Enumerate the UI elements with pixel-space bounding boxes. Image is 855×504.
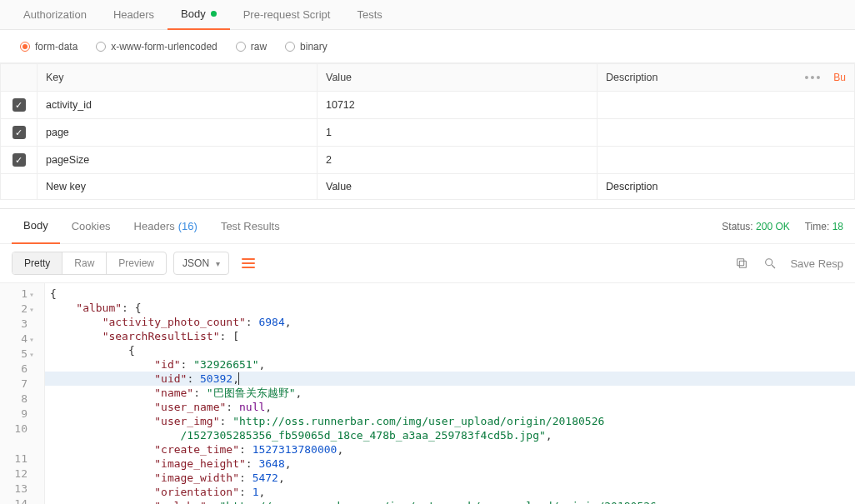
- form-data-table: Key Value Description ••• Bu ✓activity_i…: [0, 63, 855, 200]
- tab-headers[interactable]: Headers: [100, 0, 168, 30]
- description-cell[interactable]: [598, 147, 855, 174]
- wrap-lines-button[interactable]: [236, 251, 261, 276]
- line-number[interactable]: 5▾: [3, 347, 38, 362]
- code-line[interactable]: "create_time": 1527313780000,: [45, 442, 855, 457]
- radio-icon: [20, 42, 30, 52]
- checkbox-header: [1, 64, 38, 92]
- key-cell[interactable]: pageSize: [38, 147, 318, 174]
- search-icon: [763, 257, 777, 270]
- tab-pre-request-script[interactable]: Pre-request Script: [230, 0, 344, 30]
- description-cell[interactable]: [598, 119, 855, 147]
- line-number[interactable]: 14: [3, 497, 38, 504]
- response-tab-body[interactable]: Body: [12, 209, 60, 244]
- code-line[interactable]: "user_name": null,: [45, 400, 855, 414]
- radio-label: raw: [251, 41, 267, 52]
- time-meta: Time: 18: [805, 221, 843, 232]
- line-number[interactable]: 12: [3, 467, 38, 482]
- format-dropdown[interactable]: JSON ▾: [173, 252, 229, 275]
- description-cell[interactable]: [598, 92, 855, 119]
- request-tabs: AuthorizationHeadersBodyPre-request Scri…: [0, 0, 855, 30]
- body-type-form-data[interactable]: form-data: [20, 41, 78, 52]
- view-mode-pretty[interactable]: Pretty: [12, 252, 62, 274]
- line-number[interactable]: 4▾: [3, 332, 38, 347]
- code-line[interactable]: "image_height": 3648,: [45, 457, 855, 471]
- body-type-row: form-datax-www-form-urlencodedrawbinary: [0, 30, 855, 63]
- header-count: (16): [178, 220, 198, 232]
- line-number[interactable]: 2▾: [3, 302, 38, 317]
- response-meta: Status: 200 OK Time: 18: [722, 221, 843, 232]
- table-row: ✓activity_id10712: [1, 92, 855, 119]
- status-label: Status:: [722, 221, 752, 232]
- chevron-down-icon: ▾: [216, 259, 220, 268]
- code-line[interactable]: "url_bg": "http://oss.runnerbar.com/img/…: [45, 499, 855, 504]
- response-tab-headers[interactable]: Headers (16): [122, 209, 209, 244]
- value-cell[interactable]: 10712: [318, 92, 598, 119]
- response-tab-test-results[interactable]: Test Results: [209, 209, 292, 244]
- unsaved-indicator-icon: [211, 11, 217, 17]
- status-value: 200 OK: [756, 221, 790, 232]
- time-value: 18: [832, 221, 843, 232]
- code-line[interactable]: "searchResultList": [: [45, 329, 855, 343]
- response-tab-cookies[interactable]: Cookies: [60, 209, 122, 244]
- line-number[interactable]: 1▾: [3, 287, 38, 302]
- code-content[interactable]: { "album": { "activity_photo_count": 698…: [45, 283, 855, 504]
- code-line[interactable]: "album": {: [45, 301, 855, 315]
- response-body-viewer[interactable]: 1▾2▾3 4▾5▾6 7 8 9 10 11 12 13 14 15 { "a…: [0, 282, 855, 504]
- line-number[interactable]: 11: [3, 452, 38, 467]
- code-line[interactable]: "id": "32926651",: [45, 357, 855, 372]
- body-type-x-www-form-urlencoded[interactable]: x-www-form-urlencoded: [96, 41, 217, 52]
- key-input[interactable]: New key: [38, 174, 318, 200]
- bulk-edit-link[interactable]: Bu: [833, 72, 846, 83]
- search-button[interactable]: [762, 255, 778, 272]
- line-number[interactable]: 7: [3, 377, 38, 392]
- view-mode-preview[interactable]: Preview: [107, 252, 166, 274]
- copy-button[interactable]: [733, 255, 750, 272]
- line-number[interactable]: 6: [3, 362, 38, 377]
- value-input[interactable]: Value: [318, 174, 598, 200]
- line-number[interactable]: 13: [3, 482, 38, 497]
- new-row[interactable]: New keyValueDescription: [1, 174, 855, 200]
- code-line[interactable]: "uid": 50392,: [45, 372, 855, 386]
- svg-rect-1: [738, 259, 744, 266]
- time-label: Time:: [805, 221, 830, 232]
- table-row: ✓page1: [1, 119, 855, 147]
- key-cell[interactable]: activity_id: [38, 92, 318, 119]
- description-input[interactable]: Description: [598, 174, 855, 200]
- line-number[interactable]: 3: [3, 317, 38, 332]
- row-checkbox[interactable]: ✓: [12, 98, 26, 112]
- code-line[interactable]: "image_width": 5472,: [45, 471, 855, 485]
- code-line[interactable]: "name": "巴图鲁关东越野",: [45, 386, 855, 400]
- line-number[interactable]: [3, 437, 38, 452]
- key-cell[interactable]: page: [38, 119, 318, 147]
- more-icon[interactable]: •••: [805, 71, 822, 84]
- line-number[interactable]: 10: [3, 422, 38, 437]
- svg-point-2: [766, 259, 772, 266]
- line-number[interactable]: 9: [3, 407, 38, 422]
- code-line[interactable]: "activity_photo_count": 6984,: [45, 315, 855, 329]
- value-cell[interactable]: 1: [318, 119, 598, 147]
- value-header: Value: [318, 64, 598, 92]
- code-line[interactable]: {: [45, 287, 855, 301]
- tab-tests[interactable]: Tests: [343, 0, 395, 30]
- row-checkbox[interactable]: ✓: [12, 126, 26, 139]
- code-line[interactable]: "user_img": "http://oss.runnerbar.com/im…: [45, 414, 855, 428]
- code-line[interactable]: {: [45, 343, 855, 357]
- code-line[interactable]: "orientation": 1,: [45, 485, 855, 499]
- copy-icon: [735, 257, 748, 270]
- view-mode-raw[interactable]: Raw: [62, 252, 107, 274]
- save-response-button[interactable]: Save Resp: [790, 257, 843, 270]
- response-tabs: BodyCookiesHeaders (16)Test Results Stat…: [0, 209, 855, 244]
- key-header: Key: [38, 64, 318, 92]
- radio-icon: [285, 42, 295, 52]
- value-cell[interactable]: 2: [318, 147, 598, 174]
- row-checkbox[interactable]: ✓: [12, 153, 26, 167]
- body-type-binary[interactable]: binary: [285, 41, 328, 52]
- body-type-raw[interactable]: raw: [236, 41, 267, 52]
- code-line[interactable]: /1527305285356_fb59065d_18ce_478b_a3aa_2…: [45, 428, 855, 442]
- description-header: Description ••• Bu: [598, 64, 855, 92]
- line-number[interactable]: 8: [3, 392, 38, 407]
- tab-authorization[interactable]: Authorization: [10, 0, 100, 30]
- radio-label: x-www-form-urlencoded: [111, 41, 217, 52]
- radio-icon: [236, 42, 246, 52]
- tab-body[interactable]: Body: [168, 0, 230, 30]
